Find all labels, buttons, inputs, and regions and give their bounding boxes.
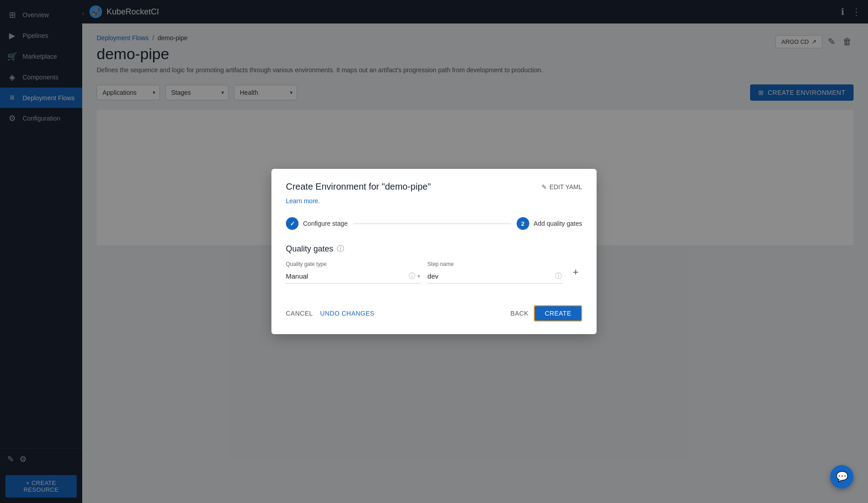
quality-gates-title-text: Quality gates [286,244,333,254]
quality-gate-step-name-field: Step name ⓘ [428,261,562,284]
quality-gate-type-field: Quality gate type Manual ⓘ ▾ [286,261,420,284]
step-name-input[interactable] [428,272,554,280]
step-2-circle: 2 [517,217,529,230]
stepper: ✓ Configure stage 2 Add quality gates [286,217,582,230]
step-name-info-icon[interactable]: ⓘ [555,272,562,280]
quality-gates-section-title: Quality gates ⓘ [286,244,582,254]
edit-yaml-button[interactable]: ✎ EDIT YAML [541,183,582,191]
dialog-footer: CANCEL UNDO CHANGES BACK CREATE [286,298,582,321]
step-connector [353,224,511,224]
dialog-header: Create Environment for "demo-pipe" ✎ EDI… [286,182,582,192]
step-2: 2 Add quality gates [517,217,582,230]
quality-gate-row: Quality gate type Manual ⓘ ▾ Step name ⓘ [286,261,582,284]
quality-gates-info-icon[interactable]: ⓘ [337,244,344,254]
undo-changes-button[interactable]: UNDO CHANGES [320,310,374,317]
learn-more-link[interactable]: Learn more. [286,197,582,205]
quality-gate-type-label: Quality gate type [286,261,420,267]
cancel-button[interactable]: CANCEL [286,310,313,317]
edit-yaml-icon: ✎ [541,183,547,191]
step-name-input-wrap: ⓘ [428,269,562,284]
quality-gate-type-input-wrap: Manual ⓘ ▾ [286,269,420,284]
step-1-circle: ✓ [286,217,299,230]
step-1-label: Configure stage [303,220,348,227]
quality-gate-type-info-icon[interactable]: ⓘ [409,272,415,280]
quality-gate-type-select[interactable]: Manual [286,272,407,280]
step-name-label: Step name [428,261,562,267]
quality-gate-type-dropdown-icon: ▾ [417,273,420,279]
footer-left: CANCEL UNDO CHANGES [286,310,374,317]
chat-fab-button[interactable]: 💬 [830,465,854,489]
create-environment-dialog: Create Environment for "demo-pipe" ✎ EDI… [271,169,597,334]
step-2-label: Add quality gates [534,220,582,227]
create-button[interactable]: CREATE [534,305,582,321]
footer-right: BACK CREATE [510,305,582,321]
modal-overlay: Create Environment for "demo-pipe" ✎ EDI… [0,0,868,503]
dialog-title: Create Environment for "demo-pipe" [286,182,431,192]
step-1: ✓ Configure stage [286,217,348,230]
chat-icon: 💬 [836,471,848,483]
add-quality-gate-button[interactable]: + [569,265,582,280]
edit-yaml-label: EDIT YAML [550,183,582,191]
back-button[interactable]: BACK [510,310,528,317]
